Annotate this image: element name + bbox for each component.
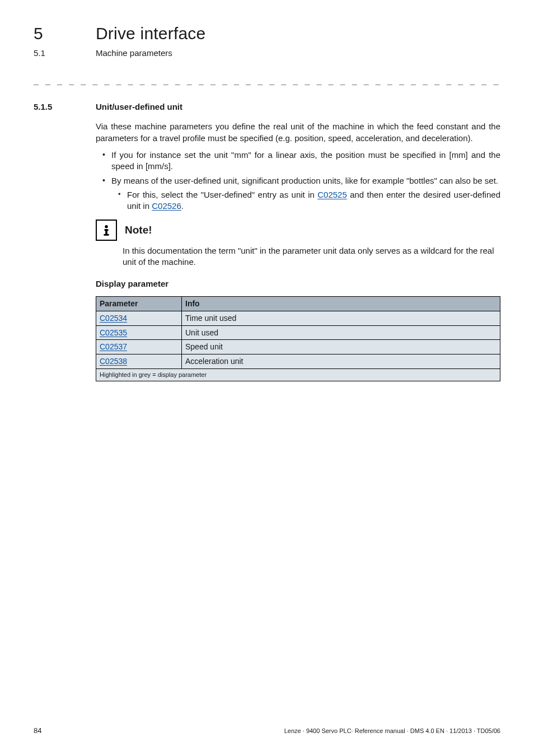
subsection-number: 5.1: [34, 48, 64, 59]
svg-point-0: [105, 225, 108, 228]
table-row: C02534 Time unit used: [96, 311, 500, 325]
table-row: C02535 Unit used: [96, 325, 500, 340]
sub-bullet-suffix: .: [181, 201, 184, 211]
link-c02525[interactable]: C02525: [317, 190, 347, 199]
note-label: Note!: [125, 223, 152, 237]
display-parameter-heading: Display parameter: [96, 278, 500, 290]
section-intro: Via these machine parameters you define …: [96, 121, 500, 144]
subsection-title: Machine parameters: [96, 48, 172, 59]
svg-rect-3: [104, 234, 109, 236]
table-footnote-row: Highlighted in grey = display parameter: [96, 369, 500, 381]
note-text: In this documentation the term "unit" in…: [123, 245, 500, 268]
footer-meta: Lenze · 9400 Servo PLC· Reference manual…: [284, 727, 500, 735]
chapter-number: 5: [34, 22, 64, 45]
list-item: If you for instance set the unit "mm" fo…: [105, 150, 500, 172]
table-header-parameter: Parameter: [96, 296, 182, 311]
table-cell-info: Time unit used: [182, 311, 500, 325]
section-number: 5.1.5: [34, 101, 64, 113]
link-c02537[interactable]: C02537: [100, 342, 127, 351]
link-c02526[interactable]: C02526: [152, 201, 181, 211]
section-title: Unit/user-defined unit: [96, 101, 182, 113]
page-number: 84: [34, 726, 41, 736]
table-cell-info: Acceleration unit: [182, 354, 500, 369]
table-footnote: Highlighted in grey = display parameter: [96, 369, 500, 381]
table-cell-info: Speed unit: [182, 340, 500, 354]
sub-bullet-prefix: For this, select the "User-defined" entr…: [127, 190, 317, 199]
table-row: C02538 Acceleration unit: [96, 354, 500, 369]
parameter-table: Parameter Info C02534 Time unit used C02…: [96, 296, 500, 381]
svg-rect-2: [105, 229, 107, 235]
list-item: For this, select the "User-defined" entr…: [120, 189, 500, 212]
chapter-title: Drive interface: [96, 22, 205, 45]
bullet-text: By means of the user-defined unit, signi…: [111, 176, 498, 185]
link-c02535[interactable]: C02535: [100, 328, 127, 337]
list-item: By means of the user-defined unit, signi…: [105, 175, 500, 212]
separator: _ _ _ _ _ _ _ _ _ _ _ _ _ _ _ _ _ _ _ _ …: [34, 74, 500, 86]
link-c02534[interactable]: C02534: [100, 314, 127, 323]
info-icon: [96, 220, 117, 241]
bullet-text: If you for instance set the unit "mm" fo…: [111, 150, 500, 171]
table-row: C02537 Speed unit: [96, 340, 500, 354]
table-cell-info: Unit used: [182, 325, 500, 340]
table-header-info: Info: [182, 296, 500, 311]
link-c02538[interactable]: C02538: [100, 357, 127, 366]
